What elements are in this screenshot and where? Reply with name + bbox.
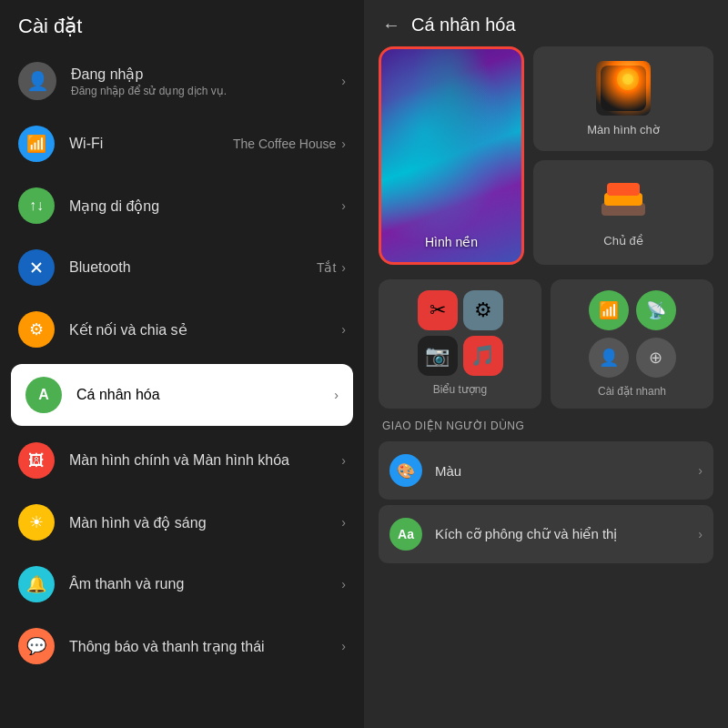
login-item[interactable]: 👤 Đang nhập Đăng nhập để sử dụng dịch vụ… <box>0 49 364 113</box>
qs-bluetooth: ⊕ <box>636 338 676 378</box>
svg-point-2 <box>622 74 633 85</box>
fontsize-icon: Aa <box>389 518 422 551</box>
bluetooth-icon <box>18 249 55 286</box>
lockscreen-card[interactable]: Màn hình chờ <box>533 46 713 151</box>
lockscreen-thumbnail <box>596 61 651 116</box>
theme-card[interactable]: Chủ đề <box>533 160 713 265</box>
login-sublabel: Đăng nhập để sử dụng dịch vụ. <box>71 85 341 97</box>
sidebar-item-notify[interactable]: 💬 Thông báo và thanh trạng thái › <box>0 615 364 677</box>
ui-section: GIAO DIỆN NGƯỜI DÙNG 🎨 Màu › Aa Kích cỡ … <box>364 420 728 580</box>
personalize-icon: A <box>25 377 62 413</box>
display-label: Màn hình và độ sáng <box>69 514 341 531</box>
sidebar-item-connect[interactable]: ⚙ Kết nối và chia sẻ › <box>0 298 364 360</box>
lockscreen-label: Màn hình chờ <box>587 123 660 136</box>
right-title: Cá nhân hóa <box>411 15 516 35</box>
mobile-icon: ↑↓ <box>18 187 55 224</box>
color-chevron: › <box>698 463 703 478</box>
wallpaper-section: Hình nền Màn hìn <box>364 46 728 279</box>
personalize-text: Cá nhân hóa <box>76 387 334 403</box>
qs-grid: 📶 📡 👤 ⊕ <box>589 290 676 378</box>
avatar: 👤 <box>18 62 56 100</box>
connect-label: Kết nối và chia sẻ <box>69 321 341 339</box>
sidebar-item-personalize[interactable]: A Cá nhân hóa › <box>11 364 353 426</box>
login-chevron: › <box>341 74 346 88</box>
connect-icon: ⚙ <box>18 311 55 348</box>
theme-thumbnail <box>598 177 649 227</box>
app-icon-3: 📷 <box>418 336 458 376</box>
personalize-right-panel: ← Cá nhân hóa Hình nền <box>364 0 728 728</box>
screen-label: Màn hình chính và Màn hình khóa <box>69 452 341 469</box>
icons-card[interactable]: ✂ ⚙ 📷 🎵 Biểu tượng <box>379 279 541 409</box>
personalize-label: Cá nhân hóa <box>76 387 334 403</box>
connect-chevron: › <box>341 322 346 337</box>
login-label: Đang nhập <box>71 66 341 83</box>
screen-text: Màn hình chính và Màn hình khóa <box>69 452 341 469</box>
display-icon: ☀ <box>18 504 55 541</box>
mobile-label: Mạng di động <box>69 197 341 215</box>
sidebar-item-wifi[interactable]: 📶 Wi-Fi The Coffee House › <box>0 113 364 175</box>
qs-signal: 📡 <box>636 290 676 330</box>
theme-label: Chủ đề <box>603 234 642 248</box>
bluetooth-text: Bluetooth <box>69 259 317 276</box>
connect-text: Kết nối và chia sẻ <box>69 321 341 339</box>
personalize-chevron: › <box>334 388 339 402</box>
quicksettings-label: Cài đặt nhanh <box>598 385 666 398</box>
screen-icon: 🖼 <box>18 442 55 479</box>
display-text: Màn hình và độ sáng <box>69 514 341 531</box>
sound-chevron: › <box>341 577 346 592</box>
app-icon-2: ⚙ <box>463 290 503 330</box>
settings-left-panel: Cài đặt 👤 Đang nhập Đăng nhập để sử dụng… <box>0 0 364 728</box>
right-header: ← Cá nhân hóa <box>364 0 728 46</box>
fontsize-chevron: › <box>698 527 703 541</box>
app-icon-4: 🎵 <box>463 336 503 376</box>
wallpaper-preview[interactable]: Hình nền <box>379 46 524 265</box>
settings-list: 👤 Đang nhập Đăng nhập để sử dụng dịch vụ… <box>0 49 364 728</box>
bluetooth-chevron: › <box>341 260 346 275</box>
display-chevron: › <box>341 515 346 530</box>
login-text: Đang nhập Đăng nhập để sử dụng dịch vụ. <box>71 66 341 97</box>
notify-chevron: › <box>341 639 346 653</box>
wifi-value: The Coffee House <box>233 136 336 151</box>
svg-rect-5 <box>607 183 640 196</box>
sound-icon: 🔔 <box>18 566 55 602</box>
icons-label: Biểu tượng <box>433 383 487 396</box>
back-button[interactable]: ← <box>382 15 400 35</box>
mobile-chevron: › <box>341 198 346 213</box>
app-icon-1: ✂ <box>418 290 458 330</box>
notify-icon: 💬 <box>18 628 55 664</box>
side-options: Màn hình chờ Chủ đề <box>533 46 713 265</box>
fontsize-label: Kích cỡ phông chữ và hiển thị <box>435 526 698 542</box>
notify-text: Thông báo và thanh trạng thái <box>69 638 341 655</box>
icons-section: ✂ ⚙ 📷 🎵 Biểu tượng 📶 📡 👤 ⊕ Cài đặt nhanh <box>364 279 728 420</box>
wifi-icon: 📶 <box>18 126 55 162</box>
sound-text: Âm thanh và rung <box>69 576 341 592</box>
wifi-label: Wi-Fi <box>69 136 233 152</box>
fontsize-item[interactable]: Aa Kích cỡ phông chữ và hiển thị › <box>379 505 713 563</box>
color-label: Màu <box>435 463 698 479</box>
quick-settings-card[interactable]: 📶 📡 👤 ⊕ Cài đặt nhanh <box>551 279 713 409</box>
sound-label: Âm thanh và rung <box>69 576 341 592</box>
color-icon: 🎨 <box>389 454 422 487</box>
sidebar-item-sound[interactable]: 🔔 Âm thanh và rung › <box>0 553 364 615</box>
ui-section-title: GIAO DIỆN NGƯỜI DÙNG <box>379 420 713 432</box>
color-item[interactable]: 🎨 Màu › <box>379 441 713 500</box>
bluetooth-value: Tắt <box>317 260 336 275</box>
wifi-chevron: › <box>341 136 346 151</box>
icons-grid: ✂ ⚙ 📷 🎵 <box>418 290 503 376</box>
sidebar-item-mobile[interactable]: ↑↓ Mạng di động › <box>0 175 364 237</box>
sidebar-item-display[interactable]: ☀ Màn hình và độ sáng › <box>0 491 364 553</box>
sidebar-item-screen[interactable]: 🖼 Màn hình chính và Màn hình khóa › <box>0 430 364 491</box>
qs-wifi: 📶 <box>589 290 629 330</box>
wallpaper-label: Hình nền <box>425 235 478 249</box>
settings-title: Cài đặt <box>0 0 364 49</box>
screen-chevron: › <box>341 453 346 468</box>
sidebar-item-bluetooth[interactable]: Bluetooth Tắt › <box>0 237 364 298</box>
notify-label: Thông báo và thanh trạng thái <box>69 638 341 655</box>
qs-person: 👤 <box>589 338 629 378</box>
mobile-text: Mạng di động <box>69 197 341 215</box>
wifi-text: Wi-Fi <box>69 136 233 152</box>
bluetooth-label: Bluetooth <box>69 259 317 276</box>
